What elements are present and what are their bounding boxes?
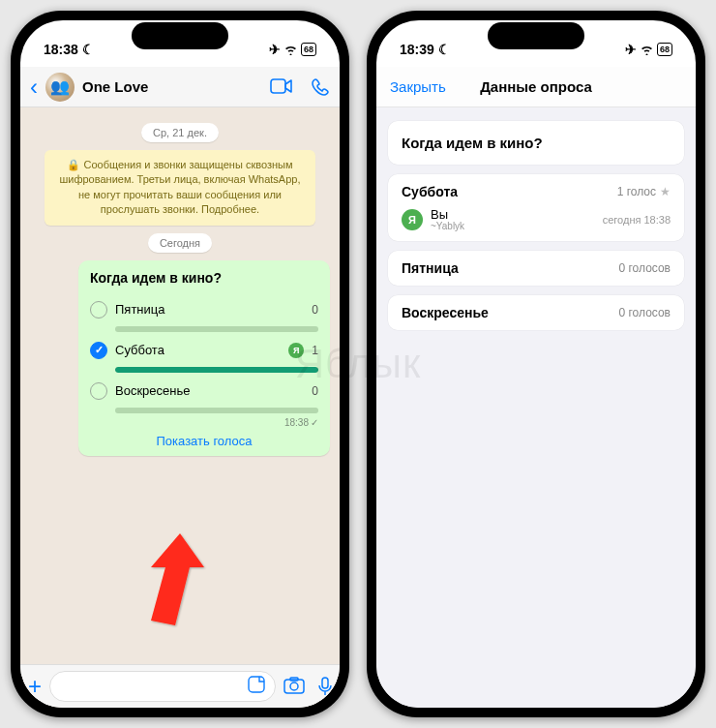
chat-header: ‹ One Love <box>20 67 340 107</box>
radio-checked-icon[interactable] <box>90 342 107 359</box>
option-card: Суббота 1 голос★ Я Вы ~Yablyk сегодня 18… <box>388 174 684 241</box>
voter-avatar: Я <box>402 209 423 230</box>
moon-icon: ☾ <box>438 42 451 57</box>
poll-option-label: Пятница <box>115 302 304 317</box>
voter-avatar-icon: Я <box>288 343 304 358</box>
poll-bar <box>115 326 318 332</box>
chat-title[interactable]: One Love <box>82 78 262 95</box>
dynamic-island <box>488 22 584 49</box>
option-card: Воскресенье 0 голосов <box>388 295 684 330</box>
encryption-notice[interactable]: 🔒 Сообщения и звонки защищены сквозным ш… <box>45 150 315 226</box>
sticker-icon[interactable] <box>248 676 265 697</box>
poll-option[interactable]: Пятница 0 <box>90 295 318 324</box>
vote-time: сегодня 18:38 <box>603 214 671 226</box>
airplane-icon: ✈︎ <box>625 42 637 57</box>
show-votes-button[interactable]: Показать голоса <box>90 428 318 450</box>
option-name: Пятница <box>402 260 459 276</box>
radio-icon[interactable] <box>90 301 107 318</box>
vote-count: 1 голос★ <box>617 185 671 198</box>
poll-option[interactable]: Суббота Я 1 <box>90 336 318 365</box>
camera-icon[interactable] <box>283 677 305 694</box>
star-icon: ★ <box>660 185 671 198</box>
video-call-icon[interactable] <box>270 77 293 95</box>
svg-rect-2 <box>284 680 304 693</box>
wifi-icon <box>283 45 298 55</box>
airplane-icon: ✈︎ <box>269 42 281 57</box>
poll-bar <box>115 408 318 413</box>
poll-option-count: 1 <box>312 344 318 357</box>
poll-option-count: 0 <box>312 303 318 317</box>
voter-username: ~Yablyk <box>431 221 464 231</box>
poll-message: Когда идем в кино? Пятница 0 Суббота Я 1 <box>78 260 330 456</box>
svg-point-3 <box>290 682 298 690</box>
chat-input-bar: + <box>20 664 340 708</box>
dynamic-island <box>132 22 228 49</box>
option-card: Пятница 0 голосов <box>388 251 684 286</box>
phone-left: 18:38 ☾ ✈︎ 68 ‹ One Love Ср, 21 дек. <box>11 11 349 717</box>
status-time: 18:39 <box>400 42 434 57</box>
page-title: Данные опроса <box>480 78 592 95</box>
poll-option-label: Воскресенье <box>115 383 304 398</box>
battery-icon: 68 <box>657 43 672 56</box>
voter-name: Вы <box>431 207 464 222</box>
svg-rect-0 <box>271 79 285 93</box>
back-button[interactable]: ‹ <box>30 74 38 101</box>
option-name: Суббота <box>402 184 458 199</box>
svg-rect-5 <box>322 678 328 688</box>
message-input[interactable] <box>49 671 276 702</box>
svg-rect-1 <box>249 677 264 692</box>
poll-question: Когда идем в кино? <box>90 270 318 286</box>
check-icon: ✓ <box>311 417 318 428</box>
question-card: Когда идем в кино? <box>388 121 684 165</box>
vote-count: 0 голосов <box>618 261 671 275</box>
voice-call-icon[interactable] <box>311 77 330 97</box>
option-name: Воскресенье <box>402 305 489 320</box>
moon-icon: ☾ <box>82 42 95 57</box>
message-time: 18:38✓ <box>90 417 318 428</box>
attach-button[interactable]: + <box>28 673 42 700</box>
microphone-icon[interactable] <box>318 677 332 696</box>
date-pill-today: Сегодня <box>148 233 212 253</box>
voter-row[interactable]: Я Вы ~Yablyk сегодня 18:38 <box>402 207 671 231</box>
poll-question: Когда идем в кино? <box>402 135 671 151</box>
status-time: 18:38 <box>44 42 78 57</box>
poll-option-count: 0 <box>312 384 318 398</box>
battery-icon: 68 <box>301 43 316 56</box>
group-avatar[interactable] <box>45 73 75 102</box>
chat-body[interactable]: Ср, 21 дек. 🔒 Сообщения и звонки защищен… <box>20 107 340 664</box>
poll-bar <box>115 367 318 373</box>
wifi-icon <box>640 45 654 55</box>
phone-right: 18:39 ☾ ✈︎ 68 Закрыть Данные опроса Когд… <box>367 11 705 717</box>
details-header: Закрыть Данные опроса <box>376 67 696 107</box>
poll-option-label: Суббота <box>115 343 277 357</box>
close-button[interactable]: Закрыть <box>390 78 446 95</box>
date-pill: Ср, 21 дек. <box>141 123 219 142</box>
vote-count: 0 голосов <box>618 306 671 319</box>
radio-icon[interactable] <box>90 382 107 400</box>
poll-option[interactable]: Воскресенье 0 <box>90 377 318 406</box>
